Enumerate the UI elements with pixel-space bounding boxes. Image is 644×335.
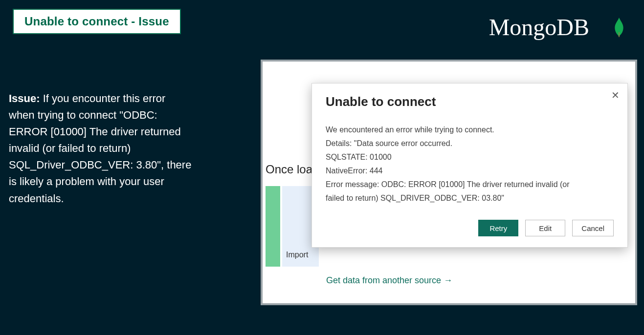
dialog-line-sqlstate: SQLSTATE: 01000	[326, 150, 614, 164]
slide-title-card: Unable to connect - Issue	[13, 9, 181, 34]
error-dialog: ✕ Unable to connect We encountered an er…	[311, 83, 628, 248]
mongodb-leaf-icon	[614, 18, 624, 37]
slide-title: Unable to connect - Issue	[24, 15, 169, 28]
dialog-actions: Retry Edit Cancel	[326, 220, 614, 236]
dialog-line-intro: We encountered an error while trying to …	[326, 123, 614, 137]
background-import-label: Import	[286, 251, 308, 259]
background-green-strip	[266, 186, 280, 267]
edit-button[interactable]: Edit	[525, 220, 565, 236]
issue-label: Issue:	[9, 92, 40, 105]
screenshot-panel: Once loa Import Get data from another so…	[261, 60, 637, 305]
retry-button[interactable]: Retry	[478, 220, 518, 236]
dialog-line-details: Details: "Data source error occurred.	[326, 137, 614, 150]
dialog-line-error-2: failed to return) SQL_DRIVER_ODBC_VER: 0…	[326, 191, 614, 205]
dialog-body: We encountered an error while trying to …	[326, 123, 614, 205]
background-partial-text: Once loa	[266, 163, 312, 176]
issue-body: If you encounter this error when trying …	[9, 92, 191, 205]
dialog-title: Unable to connect	[326, 94, 614, 109]
dialog-line-native: NativeError: 444	[326, 164, 614, 178]
get-data-another-source-link[interactable]: Get data from another source →	[326, 275, 452, 286]
issue-description: Issue: If you encounter this error when …	[9, 90, 194, 207]
brand-name: MongoDB	[489, 14, 589, 41]
cancel-button[interactable]: Cancel	[572, 220, 614, 236]
close-icon[interactable]: ✕	[611, 90, 620, 100]
dialog-line-error-1: Error message: ODBC: ERROR [01000] The d…	[326, 178, 614, 191]
brand-block: MongoDB	[489, 14, 624, 41]
